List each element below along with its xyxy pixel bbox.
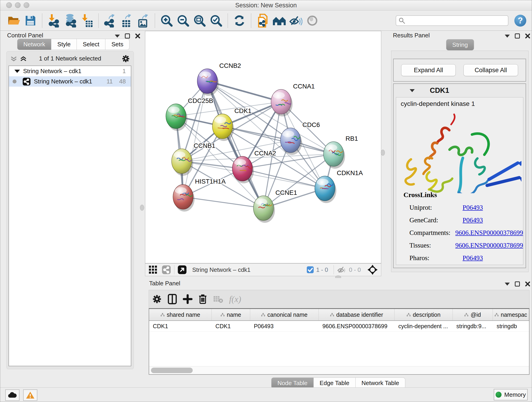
show-columns-icon[interactable] <box>168 294 177 304</box>
tree-expander-icon[interactable] <box>14 70 20 73</box>
crosslink-link[interactable]: P06493 <box>462 216 483 224</box>
table-cell[interactable]: stringdb:9... <box>453 321 493 332</box>
column-header-description[interactable]: description <box>394 309 452 320</box>
import-network-from-file-icon[interactable] <box>47 13 61 28</box>
panel-close-icon[interactable] <box>525 281 530 287</box>
crosslink-row: Pharos:P06493 <box>396 254 523 262</box>
apply-preferred-layout-icon[interactable] <box>233 13 246 28</box>
network-node-CCNE1[interactable]: CCNE1 <box>253 189 297 223</box>
network-options-gear-icon[interactable] <box>122 55 130 63</box>
panel-menu-icon[interactable] <box>115 35 120 38</box>
table-cell[interactable]: stringdb <box>493 321 529 332</box>
delete-column-icon[interactable] <box>198 294 207 304</box>
panel-float-icon[interactable] <box>125 33 130 38</box>
node-label: RB1 <box>346 135 358 142</box>
expand-all-button[interactable]: Expand All <box>401 64 456 76</box>
toolbar-separator <box>228 13 228 28</box>
search-box[interactable] <box>396 15 508 26</box>
scrollbar-thumb[interactable] <box>151 368 193 373</box>
export-image-icon[interactable] <box>136 13 150 28</box>
help-icon[interactable]: ? <box>514 15 526 27</box>
column-header-@id[interactable]: @id <box>453 309 493 320</box>
network-node-RB1[interactable]: RB1 <box>323 135 358 169</box>
tab-style[interactable]: Style <box>51 39 77 50</box>
search-input[interactable] <box>405 17 506 24</box>
node-details-header[interactable]: CDK1 <box>394 84 526 97</box>
cloud-status-button[interactable] <box>5 389 19 401</box>
panel-close-icon[interactable] <box>525 33 530 39</box>
open-session-icon[interactable] <box>7 13 21 28</box>
table-settings-gear-icon[interactable] <box>152 294 162 304</box>
panel-float-icon[interactable] <box>515 281 520 287</box>
network-node-CCNB2[interactable]: CCNB2 <box>197 62 241 96</box>
column-header-canonical-name[interactable]: canonical name <box>250 309 319 320</box>
table-cell[interactable]: CDK1 <box>149 321 212 332</box>
network-tree-network-row[interactable]: String Network – cdk1 11 48 <box>9 76 131 87</box>
import-network-from-database-icon[interactable] <box>63 13 77 28</box>
hide-selected-icon[interactable] <box>289 13 303 28</box>
left-splitter-handle[interactable] <box>140 205 144 211</box>
right-splitter-handle[interactable] <box>381 150 385 156</box>
node-label: CCNA2 <box>254 150 276 157</box>
crosslink-link[interactable]: 9606.ENSP00000378699 <box>455 242 523 249</box>
network-canvas[interactable]: CCNB2CCNA1CDC25BCDK1CDC6RB1CCNB1CCNA2CDK… <box>145 31 381 263</box>
network-node-CDKN1A[interactable]: CDKN1A <box>315 169 363 203</box>
table-cell[interactable]: cyclin-dependent ... <box>394 321 452 332</box>
panel-float-icon[interactable] <box>515 33 520 38</box>
network-node-CCNA1[interactable]: CCNA1 <box>271 83 315 116</box>
tab-node-table[interactable]: Node Table <box>271 377 314 389</box>
column-header-shared-name[interactable]: shared name <box>149 309 212 320</box>
column-header-database-identifier[interactable]: database identifier <box>319 309 394 320</box>
section-expander-icon[interactable] <box>410 89 415 92</box>
save-session-icon[interactable] <box>24 13 37 28</box>
panel-close-icon[interactable] <box>135 33 140 39</box>
tab-select[interactable]: Select <box>77 39 105 50</box>
export-network-icon[interactable] <box>103 13 117 28</box>
table-horizontal-scrollbar[interactable] <box>149 366 529 374</box>
string-results-container: Expand All Collapse All CDK1 cyclin-depe… <box>391 51 529 272</box>
selected-checkbox-icon[interactable] <box>307 266 314 274</box>
tab-string[interactable]: String <box>446 39 474 51</box>
zoom-fit-content-icon[interactable] <box>193 13 206 28</box>
tab-network-table[interactable]: Network Table <box>355 377 405 389</box>
warnings-button[interactable] <box>23 389 37 401</box>
table-cell[interactable]: P06493 <box>250 321 319 332</box>
tab-edge-table[interactable]: Edge Table <box>314 377 355 389</box>
zoom-selected-icon[interactable] <box>209 13 223 28</box>
panel-menu-icon[interactable] <box>505 283 510 286</box>
tab-network[interactable]: Network <box>17 39 51 50</box>
memory-button[interactable]: Memory <box>494 389 528 400</box>
toolbar-separator <box>174 265 174 274</box>
grid-view-icon[interactable] <box>148 265 158 274</box>
hidden-eye-icon[interactable] <box>337 266 347 274</box>
network-tree-root-row[interactable]: String Network – cdk1 1 <box>9 66 131 76</box>
add-column-icon[interactable] <box>183 294 192 304</box>
crosslink-link[interactable]: P06493 <box>462 254 483 262</box>
collapse-all-button[interactable]: Collapse All <box>463 64 518 76</box>
tab-sets[interactable]: Sets <box>105 39 129 50</box>
open-in-new-window-icon[interactable] <box>177 265 187 274</box>
network-node-HIST1H1A[interactable]: HIST1H1A <box>173 178 226 211</box>
zoom-out-icon[interactable] <box>176 13 190 28</box>
network-share-toggle-icon[interactable] <box>162 265 171 274</box>
table-row[interactable]: CDK1CDK1P064939606.ENSP00000378699cyclin… <box>149 321 529 332</box>
zoom-in-icon[interactable] <box>160 13 173 28</box>
control-panel-controls <box>115 33 140 39</box>
clone-network-icon[interactable] <box>256 13 270 28</box>
import-table-from-file-icon[interactable] <box>80 13 94 28</box>
table-cell[interactable]: CDK1 <box>212 321 250 332</box>
panel-menu-icon[interactable] <box>505 35 510 38</box>
column-header-name[interactable]: name <box>212 309 250 320</box>
export-table-icon[interactable] <box>120 13 133 28</box>
first-neighbors-icon[interactable] <box>272 13 286 28</box>
network-label: String Network – cdk1 <box>34 78 92 85</box>
node-details-body: cyclin-dependent kinase 1 <box>396 97 523 265</box>
crosslink-link[interactable]: P06493 <box>462 204 483 211</box>
birdseye-view-icon[interactable] <box>367 264 378 275</box>
column-header-namespac[interactable]: namespac <box>493 309 529 320</box>
table-cell[interactable]: 9606.ENSP00000378699 <box>319 321 394 332</box>
network-node-CDC6[interactable]: CDC6 <box>280 121 320 155</box>
show-all-icon[interactable] <box>305 13 319 28</box>
network-panel: 1 of 1 Network selected String Network –… <box>6 51 134 369</box>
crosslink-link[interactable]: 9606.ENSP00000378699 <box>455 229 523 236</box>
